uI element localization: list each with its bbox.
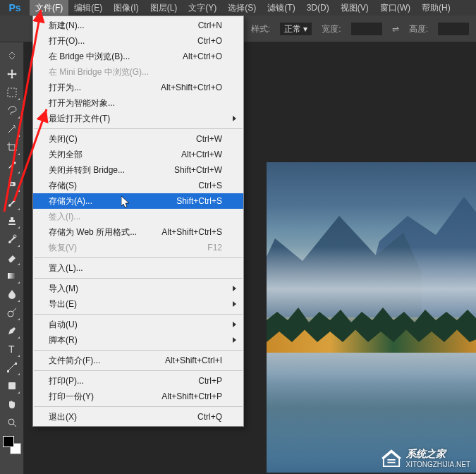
style-label: 样式: <box>251 23 270 35</box>
menu-separator <box>34 278 243 279</box>
menubar-item-4[interactable]: 文字(Y) <box>183 0 222 16</box>
menu-item-label: 导出(E) <box>49 298 222 310</box>
gradient-tool-icon[interactable] <box>4 267 20 284</box>
menu-item-0[interactable]: 新建(N)...Ctrl+N <box>33 18 243 33</box>
watermark: 系统之家 XITONGZHIJIA.NET <box>381 448 471 468</box>
menu-item-12[interactable]: 存储为(A)...Shift+Ctrl+S <box>33 193 243 209</box>
menu-separator <box>34 350 243 351</box>
menu-item-label: 存储(S) <box>49 180 198 192</box>
menu-item-22[interactable]: 自动(U) <box>33 317 243 332</box>
app-logo: Ps <box>0 0 30 16</box>
svg-rect-6 <box>7 370 9 372</box>
style-select[interactable]: 正常 ▾ <box>280 23 312 35</box>
menu-item-27[interactable]: 打印(P)...Ctrl+P <box>33 373 243 389</box>
menu-item-5[interactable]: 打开为智能对象... <box>33 95 243 111</box>
tool-panel: T <box>0 42 24 474</box>
wand-tool-icon[interactable] <box>4 121 20 138</box>
zoom-tool-icon[interactable] <box>4 414 20 431</box>
tab-grip[interactable] <box>4 47 20 64</box>
svg-point-9 <box>8 419 14 425</box>
menu-separator <box>34 314 243 315</box>
crop-tool-icon[interactable] <box>4 139 20 156</box>
menubar-item-7[interactable]: 3D(D) <box>301 0 335 16</box>
menu-separator <box>34 257 243 258</box>
shape-tool-icon[interactable] <box>4 377 20 394</box>
menu-item-20[interactable]: 导出(E) <box>33 296 243 312</box>
submenu-arrow-icon <box>233 322 236 327</box>
svg-rect-8 <box>8 382 16 389</box>
menu-item-label: 退出(X) <box>49 411 197 423</box>
menu-item-label: 在 Bridge 中浏览(B)... <box>49 51 183 63</box>
svg-rect-7 <box>15 363 17 365</box>
menu-item-shortcut: Ctrl+S <box>198 181 222 190</box>
menu-item-shortcut: Alt+Shift+Ctrl+O <box>161 83 222 92</box>
menu-item-11[interactable]: 存储(S)Ctrl+S <box>33 178 243 193</box>
menu-item-label: 存储为(A)... <box>49 195 176 207</box>
file-menu-dropdown: 新建(N)...Ctrl+N打开(O)...Ctrl+O在 Bridge 中浏览… <box>32 16 244 427</box>
eyedropper-tool-icon[interactable] <box>4 157 20 174</box>
menu-item-label: 存储为 Web 所用格式... <box>49 226 161 238</box>
path-tool-icon[interactable] <box>4 359 20 376</box>
menubar-item-6[interactable]: 滤镜(T) <box>262 0 300 16</box>
marquee-tool-icon[interactable] <box>4 84 20 101</box>
menubar-item-9[interactable]: 窗口(W) <box>374 0 416 16</box>
menu-item-shortcut: Alt+Ctrl+W <box>181 150 222 159</box>
menu-item-shortcut: Ctrl+P <box>198 376 222 386</box>
menu-item-label: 签入(I)... <box>49 211 222 223</box>
history-brush-tool-icon[interactable] <box>4 231 20 248</box>
menubar-item-8[interactable]: 视图(V) <box>335 0 374 16</box>
menu-item-shortcut: F12 <box>207 243 222 253</box>
menu-item-25[interactable]: 文件简介(F)...Alt+Shift+Ctrl+I <box>33 353 243 368</box>
menu-item-label: 打开为智能对象... <box>49 97 222 109</box>
menu-item-label: 最近打开文件(T) <box>49 113 222 125</box>
menu-item-label: 关闭并转到 Bridge... <box>49 164 174 176</box>
menu-item-label: 打开为... <box>49 82 161 94</box>
submenu-arrow-icon <box>233 286 236 291</box>
height-input[interactable] <box>438 23 469 35</box>
eraser-tool-icon[interactable] <box>4 249 20 266</box>
menu-item-23[interactable]: 脚本(R) <box>33 332 243 348</box>
menu-item-8[interactable]: 关闭(C)Ctrl+W <box>33 131 243 147</box>
menu-item-17[interactable]: 置入(L)... <box>33 260 243 276</box>
color-swatches[interactable] <box>3 436 21 454</box>
type-tool-icon[interactable]: T <box>4 341 20 358</box>
menu-item-label: 恢复(V) <box>49 242 207 254</box>
menu-item-28[interactable]: 打印一份(Y)Alt+Shift+Ctrl+P <box>33 389 243 404</box>
dodge-tool-icon[interactable] <box>4 304 20 321</box>
move-tool-icon[interactable] <box>4 66 20 83</box>
brush-tool-icon[interactable] <box>4 194 20 211</box>
menu-item-10[interactable]: 关闭并转到 Bridge...Shift+Ctrl+W <box>33 162 243 178</box>
menubar-item-0[interactable]: 文件(F) <box>30 0 68 16</box>
menubar-item-1[interactable]: 编辑(E) <box>68 0 108 16</box>
document-image[interactable] <box>267 162 476 473</box>
menu-item-15: 恢复(V)F12 <box>33 240 243 255</box>
menu-item-shortcut: Alt+Shift+Ctrl+I <box>165 356 222 365</box>
menu-separator <box>34 406 243 407</box>
menu-item-14[interactable]: 存储为 Web 所用格式...Alt+Shift+Ctrl+S <box>33 224 243 240</box>
menu-item-2[interactable]: 在 Bridge 中浏览(B)...Alt+Ctrl+O <box>33 49 243 64</box>
stamp-tool-icon[interactable] <box>4 212 20 229</box>
menu-item-9[interactable]: 关闭全部Alt+Ctrl+W <box>33 147 243 162</box>
menu-item-1[interactable]: 打开(O)...Ctrl+O <box>33 33 243 49</box>
menu-item-30[interactable]: 退出(X)Ctrl+Q <box>33 409 243 425</box>
width-input[interactable] <box>351 23 382 35</box>
menu-item-label: 在 Mini Bridge 中浏览(G)... <box>49 66 222 78</box>
lasso-tool-icon[interactable] <box>4 102 20 119</box>
menu-item-19[interactable]: 导入(M) <box>33 281 243 296</box>
blur-tool-icon[interactable] <box>4 286 20 303</box>
menubar-item-2[interactable]: 图像(I) <box>108 0 144 16</box>
heal-tool-icon[interactable] <box>4 176 20 193</box>
menubar-item-5[interactable]: 选择(S) <box>222 0 262 16</box>
options-bar-right: 齿 样式: 正常 ▾ 宽度: ⇌ 高度: <box>233 16 469 42</box>
menubar-item-3[interactable]: 图层(L) <box>145 0 183 16</box>
submenu-arrow-icon <box>233 301 236 307</box>
menu-item-6[interactable]: 最近打开文件(T) <box>33 111 243 126</box>
swap-icon[interactable]: ⇌ <box>392 24 399 34</box>
menubar-item-10[interactable]: 帮助(H) <box>416 0 456 16</box>
menu-item-4[interactable]: 打开为...Alt+Shift+Ctrl+O <box>33 80 243 95</box>
submenu-arrow-icon <box>233 337 236 343</box>
menu-item-shortcut: Alt+Ctrl+O <box>183 51 222 61</box>
pen-tool-icon[interactable] <box>4 322 20 339</box>
menu-item-label: 文件简介(F)... <box>49 355 165 367</box>
hand-tool-icon[interactable] <box>4 396 20 413</box>
